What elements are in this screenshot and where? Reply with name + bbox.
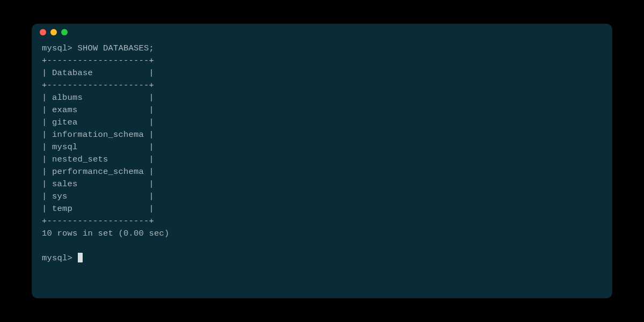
table-border: +--------------------+ xyxy=(42,80,154,90)
table-row: | gitea | xyxy=(42,118,154,127)
title-bar xyxy=(32,24,612,40)
table-row: | sales | xyxy=(42,179,154,189)
terminal-body[interactable]: mysql> SHOW DATABASES; +----------------… xyxy=(32,40,612,274)
table-row: | exams | xyxy=(42,105,154,115)
table-row: | nested_sets | xyxy=(42,155,154,164)
table-row: | sys | xyxy=(42,192,154,201)
cursor xyxy=(78,253,83,262)
result-summary: 10 rows in set (0.00 sec) xyxy=(42,229,170,238)
command-text: SHOW DATABASES; xyxy=(78,43,155,53)
maximize-icon[interactable] xyxy=(61,29,68,35)
table-row: | albums | xyxy=(42,93,154,103)
table-row: | performance_schema | xyxy=(42,167,154,177)
table-row: | information_schema | xyxy=(42,130,154,140)
table-row: | temp | xyxy=(42,204,154,214)
table-border: +--------------------+ xyxy=(42,216,154,226)
close-icon[interactable] xyxy=(40,29,46,35)
prompt: mysql> xyxy=(42,43,72,53)
table-header: | Database | xyxy=(42,68,154,78)
table-border: +--------------------+ xyxy=(42,56,154,65)
minimize-icon[interactable] xyxy=(50,29,57,35)
terminal-window: mysql> SHOW DATABASES; +----------------… xyxy=(32,24,612,298)
table-row: | mysql | xyxy=(42,142,154,152)
prompt: mysql> xyxy=(42,253,72,263)
